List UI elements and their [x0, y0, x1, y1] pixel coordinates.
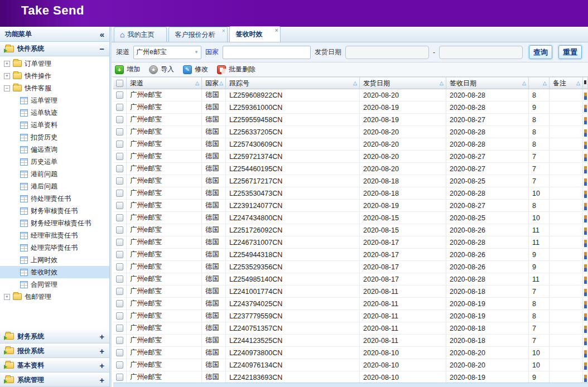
column-header-days[interactable]: △: [529, 78, 550, 89]
cell-备注: [550, 286, 583, 297]
date-from-input[interactable]: [345, 46, 429, 59]
row-checkbox[interactable]: [116, 300, 123, 307]
tree-expander-icon[interactable]: +: [4, 294, 10, 300]
expand-plus-icon[interactable]: +: [99, 361, 104, 370]
country-input[interactable]: [223, 46, 311, 59]
column-header-备注[interactable]: 备注△: [550, 78, 583, 89]
sort-icon[interactable]: △: [195, 80, 199, 86]
batch-delete-button[interactable]: 批量删除: [217, 65, 256, 74]
folder-icon: [13, 85, 22, 91]
row-checkbox[interactable]: [116, 202, 123, 209]
horizontal-scrollbar[interactable]: [113, 383, 588, 387]
row-checkbox[interactable]: [116, 128, 123, 136]
sidebar-section-express-system[interactable]: 快件系统 −: [0, 42, 109, 56]
sidebar-section-基本资料[interactable]: 基本资料+: [0, 358, 109, 373]
collapse-minus-icon[interactable]: −: [99, 44, 104, 54]
tab-客户报价分析[interactable]: 客户报价分析×: [168, 27, 228, 42]
tree-folder-item[interactable]: +订单管理: [0, 57, 109, 70]
cell-发货日期: 2020-08-10: [360, 359, 446, 371]
sidebar-section-报价系统[interactable]: 报价系统+: [0, 344, 109, 358]
column-header-签收日期[interactable]: 签收日期△: [446, 78, 529, 89]
row-checkbox[interactable]: [116, 214, 123, 221]
sidebar-item-偏远查询[interactable]: 偏远查询: [0, 143, 109, 156]
row-checkbox[interactable]: [116, 312, 123, 320]
tree-folder-item[interactable]: +快件操作: [0, 70, 109, 82]
sidebar-item-上网时效[interactable]: 上网时效: [0, 254, 109, 266]
row-checkbox[interactable]: [116, 275, 123, 283]
sidebar-item-港前问题[interactable]: 港前问题: [0, 168, 109, 180]
tab-close-icon[interactable]: ×: [222, 28, 225, 34]
row-checkbox[interactable]: [116, 263, 123, 270]
sidebar-item-财务经理审核责任书[interactable]: 财务经理审核责任书: [0, 217, 109, 229]
row-checkbox[interactable]: [116, 374, 123, 381]
row-checkbox[interactable]: [116, 325, 123, 332]
import-button[interactable]: ★ 导入: [149, 65, 174, 74]
edit-button[interactable]: ✎ 修改: [183, 65, 208, 74]
sidebar-collapse-icon[interactable]: «: [100, 30, 104, 39]
tab-签收时效[interactable]: 签收时效×: [229, 26, 281, 42]
sort-icon[interactable]: △: [440, 80, 444, 86]
add-button[interactable]: + 增加: [115, 65, 140, 74]
cell-days: 8: [529, 200, 550, 211]
tree-folder-item[interactable]: −快件客服: [0, 82, 109, 94]
sidebar-item-待处理责任书[interactable]: 待处理责任书: [0, 192, 109, 205]
row-checkbox[interactable]: [116, 91, 123, 99]
sort-icon[interactable]: △: [576, 80, 580, 86]
row-checkbox[interactable]: [116, 153, 123, 160]
cell-渠道: 广州e邮宝: [127, 200, 202, 211]
sidebar-item-历史运单[interactable]: 历史运单: [0, 156, 109, 168]
sidebar-item-运单轨迹[interactable]: 运单轨迹: [0, 107, 109, 119]
row-checkbox-cell: [113, 114, 127, 125]
select-all-checkbox[interactable]: [116, 80, 123, 87]
row-checkbox[interactable]: [116, 361, 123, 369]
row-checkbox[interactable]: [116, 337, 123, 344]
row-checkbox[interactable]: [116, 141, 123, 148]
column-header-发货日期[interactable]: 发货日期△: [360, 78, 446, 89]
sidebar-item-财务审核责任书[interactable]: 财务审核责任书: [0, 205, 109, 217]
cell-国家: 德国: [202, 138, 226, 150]
row-checkbox[interactable]: [116, 116, 123, 123]
cell-渠道: 广州e邮宝: [127, 322, 202, 334]
row-checkbox[interactable]: [116, 288, 123, 295]
sidebar-item-处理完毕责任书[interactable]: 处理完毕责任书: [0, 241, 109, 254]
search-button[interactable]: 查询: [529, 45, 552, 59]
sidebar-section-财务系统[interactable]: 财务系统+: [0, 329, 109, 344]
expand-plus-icon[interactable]: +: [99, 375, 104, 385]
column-header-跟踪号[interactable]: 跟踪号△: [226, 78, 360, 89]
tree-expander-icon[interactable]: −: [4, 85, 10, 91]
tab-close-icon[interactable]: ×: [275, 27, 278, 33]
row-checkbox[interactable]: [116, 349, 123, 356]
date-to-input[interactable]: [439, 46, 523, 59]
reset-button[interactable]: 重置: [558, 45, 582, 59]
sidebar-item-运单管理[interactable]: 运单管理: [0, 94, 109, 107]
sort-icon[interactable]: △: [219, 80, 223, 86]
tree-expander-icon[interactable]: +: [4, 73, 10, 79]
row-checkbox[interactable]: [116, 239, 123, 246]
sort-icon[interactable]: △: [353, 80, 357, 86]
sidebar-item-签收时效[interactable]: 签收时效: [0, 266, 109, 278]
tree-folder-item[interactable]: +包邮管理: [0, 291, 109, 303]
channel-select[interactable]: 广州e邮宝 ▼: [133, 46, 201, 59]
sidebar-item-经理审批责任书[interactable]: 经理审批责任书: [0, 229, 109, 241]
sort-icon[interactable]: △: [543, 80, 547, 86]
sort-icon[interactable]: △: [522, 80, 526, 86]
row-checkbox[interactable]: [116, 104, 123, 111]
row-checkbox[interactable]: [116, 177, 123, 185]
row-checkbox[interactable]: [116, 190, 123, 197]
chevron-down-icon[interactable]: ▼: [194, 50, 199, 55]
sidebar-item-港后问题[interactable]: 港后问题: [0, 180, 109, 192]
sidebar-section-系统管理[interactable]: 系统管理+: [0, 373, 109, 387]
sidebar-item-扣货历史[interactable]: 扣货历史: [0, 131, 109, 143]
tree-expander-icon[interactable]: +: [4, 61, 10, 67]
folder-icon: [5, 347, 14, 354]
column-header-渠道[interactable]: 渠道△: [127, 78, 202, 89]
sidebar-item-合同管理[interactable]: 合同管理: [0, 278, 109, 291]
expand-plus-icon[interactable]: +: [99, 346, 104, 356]
row-checkbox[interactable]: [116, 226, 123, 234]
row-checkbox[interactable]: [116, 165, 123, 172]
column-header-国家[interactable]: 国家△: [202, 78, 226, 89]
row-checkbox[interactable]: [116, 251, 123, 258]
expand-plus-icon[interactable]: +: [99, 332, 104, 341]
tab-我的主页[interactable]: ⌂我的主页: [114, 27, 167, 42]
sidebar-item-运单资料[interactable]: 运单资料: [0, 119, 109, 131]
